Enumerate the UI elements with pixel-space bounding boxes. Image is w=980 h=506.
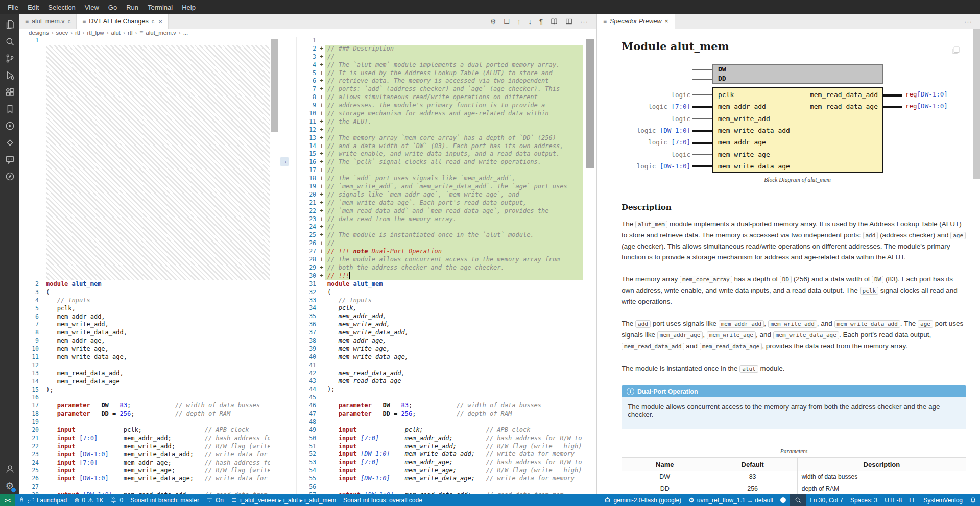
search-icon[interactable] bbox=[0, 33, 19, 50]
comments-icon[interactable] bbox=[0, 151, 19, 168]
code-line[interactable]: 4+// The `alut_mem` module implements a … bbox=[297, 61, 583, 69]
code-line[interactable]: 7+// ports: `add` (address checker) and … bbox=[297, 85, 583, 93]
run-debug-icon[interactable] bbox=[0, 67, 19, 84]
code-line[interactable]: 18+// The `add` port uses signals like `… bbox=[297, 175, 583, 183]
breadcrumb-item[interactable]: alut bbox=[111, 30, 121, 36]
close-icon[interactable]: × bbox=[158, 18, 162, 26]
code-line[interactable]: 51 input mem_write_add; // R/W flag (wri… bbox=[297, 443, 583, 451]
code-line[interactable]: 38 mem_addr_age, bbox=[297, 337, 583, 345]
code-line[interactable]: 35 mem_addr_add, bbox=[297, 312, 583, 321]
breadcrumb-item[interactable]: rtl_lpw bbox=[87, 30, 104, 36]
account-icon[interactable] bbox=[0, 461, 19, 477]
code-line[interactable]: 25 input mem_write_age; // R/W flag (wri… bbox=[19, 467, 270, 475]
code-line[interactable]: 13+// The memory array `mem_core_array` … bbox=[297, 134, 583, 142]
code-line[interactable]: 8 mem_write_data_add, bbox=[19, 329, 270, 337]
status-notifications[interactable] bbox=[966, 494, 980, 506]
diff-sash[interactable] bbox=[285, 37, 296, 494]
code-line[interactable]: 3( bbox=[19, 288, 270, 297]
status-launchpad[interactable]: Launchpad bbox=[15, 494, 70, 506]
code-line[interactable]: 19 bbox=[19, 418, 270, 426]
code-line[interactable]: 45 bbox=[297, 394, 583, 402]
status-problems[interactable]: ⊗0⚠1K bbox=[70, 494, 107, 506]
menu-item-go[interactable]: Go bbox=[104, 4, 122, 11]
arrow-down-icon[interactable]: ↓ bbox=[529, 18, 532, 26]
code-line[interactable]: 14+// and a data width of `DW` (83). Eac… bbox=[297, 142, 583, 151]
code-line[interactable]: 43 mem_read_data_age bbox=[297, 377, 583, 385]
breadcrumb-item[interactable]: rtl bbox=[128, 30, 133, 36]
code-line[interactable]: 27+// !!! note Dual-Port Operation bbox=[297, 248, 583, 256]
code-line[interactable]: 20+// signals like `mem_addr_age`, `mem_… bbox=[297, 191, 583, 199]
code-line[interactable]: 5 pclk, bbox=[19, 305, 270, 313]
code-line[interactable]: 52 input [DW-1:0] mem_write_data_add; //… bbox=[297, 450, 583, 459]
code-line[interactable]: 20 input pclk; // APB clock bbox=[19, 426, 270, 435]
breadcrumb-item[interactable]: designs bbox=[29, 30, 49, 36]
status-uvm-flow[interactable]: ⚙uvm_ref_flow_1.1 → default bbox=[685, 494, 777, 506]
close-icon[interactable]: × bbox=[664, 18, 668, 25]
code-line[interactable]: 2module alut_mem bbox=[19, 280, 270, 288]
book-icon[interactable] bbox=[551, 18, 558, 25]
diff-change-arrow-button[interactable]: → bbox=[280, 157, 289, 166]
bookmark-icon[interactable] bbox=[0, 101, 19, 117]
code-line[interactable]: 36 mem_write_add, bbox=[297, 321, 583, 329]
code-line[interactable]: 2+// ### Description bbox=[297, 45, 583, 53]
arrow-up-icon[interactable]: ↑ bbox=[517, 18, 521, 26]
menu-item-edit[interactable]: Edit bbox=[23, 4, 43, 11]
status-indentation[interactable]: Spaces: 3 bbox=[847, 494, 881, 506]
status-cursor-position[interactable]: Ln 30, Col 7 bbox=[806, 494, 847, 506]
code-line[interactable]: 44); bbox=[297, 385, 583, 394]
code-line[interactable]: 21+// `mem_write_data_age`. Each port's … bbox=[297, 199, 583, 207]
code-line[interactable]: 32( bbox=[297, 288, 583, 297]
status-theme-circle[interactable] bbox=[777, 494, 790, 506]
code-line[interactable]: 15+// write enable, and write data input… bbox=[297, 150, 583, 158]
code-line[interactable]: 37 mem_write_data_add, bbox=[297, 329, 583, 337]
code-line[interactable]: 10+// storage mechanism for address and … bbox=[297, 110, 583, 118]
code-line[interactable]: 23 input [DW-1:0] mem_write_data_add; //… bbox=[19, 451, 270, 459]
code-line[interactable]: 11 mem_write_data_age, bbox=[19, 353, 270, 362]
code-line[interactable]: 29+// both the address checker and the a… bbox=[297, 264, 583, 272]
right-scrollbar-thumb[interactable] bbox=[586, 39, 594, 168]
code-line[interactable]: 9+// addresses. The module's primary fun… bbox=[297, 102, 583, 110]
code-line[interactable]: 24 input [7:0] mem_addr_age; // hash add… bbox=[19, 459, 270, 467]
code-line[interactable]: 30+// !!! bbox=[297, 272, 583, 280]
code-line[interactable]: 1 bbox=[297, 37, 583, 45]
code-line[interactable]: 28+// The module allows concurrent acces… bbox=[297, 256, 583, 264]
code-line[interactable]: 1 bbox=[19, 37, 270, 45]
code-line[interactable]: 42 mem_read_data_add, bbox=[297, 370, 583, 378]
breadcrumb-item[interactable]: rtl bbox=[75, 30, 80, 36]
code-line[interactable]: 13 mem_read_data_add, bbox=[19, 370, 270, 378]
tab-dvt-ai-file-changes[interactable]: ≡DVT AI File Changesc× bbox=[77, 14, 169, 29]
status-remote-indicator[interactable]: >< bbox=[0, 494, 15, 506]
status-search-status[interactable] bbox=[790, 494, 806, 506]
code-line[interactable]: 26 input [DW-1:0] mem_write_data_age; //… bbox=[19, 475, 270, 483]
code-line[interactable]: 11+// the ALUT. bbox=[297, 118, 583, 126]
code-line[interactable]: 56 bbox=[297, 483, 583, 491]
code-line[interactable]: 22 input mem_write_add; // R/W flag (wri… bbox=[19, 443, 270, 451]
more-actions-icon[interactable]: ··· bbox=[964, 18, 980, 26]
code-line[interactable]: 5+// It is used by the Address Lookup Ta… bbox=[297, 69, 583, 78]
code-line[interactable]: 12+// bbox=[297, 126, 583, 134]
more-icon[interactable]: ··· bbox=[580, 18, 588, 26]
code-line[interactable]: 31module alut_mem bbox=[297, 280, 583, 288]
status-sonarlint-branch[interactable]: SonarLint branch: master bbox=[127, 494, 203, 506]
code-line[interactable]: 7 mem_write_add, bbox=[19, 321, 270, 329]
gear-icon[interactable]: ⚙ bbox=[490, 18, 496, 26]
diff-original-pane[interactable]: 12module alut_mem3(4 // Inputs5 pclk,6 m… bbox=[19, 37, 285, 494]
status-lint-toggle[interactable]: On bbox=[203, 494, 227, 506]
code-line[interactable]: 33 // Inputs bbox=[297, 297, 583, 305]
copy-icon[interactable] bbox=[951, 46, 960, 56]
code-line[interactable]: 21 input [7:0] mem_addr_add; // hash add… bbox=[19, 435, 270, 443]
status-language-mode[interactable]: SystemVerilog bbox=[920, 494, 966, 506]
code-line[interactable]: 8+// allows simultaneous read/write oper… bbox=[297, 93, 583, 102]
status-ai-model[interactable]: gemini-2.0-flash (google) bbox=[601, 494, 685, 506]
settings-icon[interactable]: ⚙ bbox=[0, 477, 19, 494]
code-line[interactable]: 4 // Inputs bbox=[19, 297, 270, 305]
breadcrumb-item-file[interactable]: alut_mem.v bbox=[146, 30, 176, 36]
menu-item-file[interactable]: File bbox=[3, 4, 23, 11]
code-line[interactable]: 16+// The `pclk` signal clocks all read … bbox=[297, 158, 583, 166]
test-play-icon[interactable] bbox=[0, 117, 19, 134]
code-line[interactable]: 41 bbox=[297, 362, 583, 370]
extensions-icon[interactable] bbox=[0, 84, 19, 101]
code-line[interactable]: 18 parameter DD = 256; // depth of RAM bbox=[19, 410, 270, 418]
status-eol[interactable]: LF bbox=[905, 494, 920, 506]
code-line[interactable]: 27 bbox=[19, 483, 270, 491]
